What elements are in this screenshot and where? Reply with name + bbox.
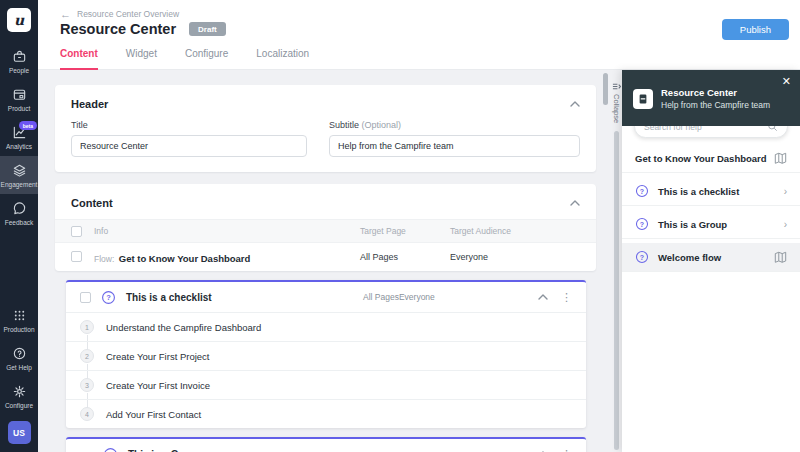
app-window: u People Product beta Analytics Engageme… — [0, 0, 800, 452]
checklist-item[interactable]: 3 Create Your First Invoice — [66, 370, 586, 399]
chevron-up-icon[interactable] — [570, 200, 580, 206]
sidebar-item-production[interactable]: Production — [0, 301, 38, 339]
preview-title: Resource Center — [661, 87, 770, 98]
svg-text:?: ? — [640, 221, 644, 228]
sidebar-item-analytics[interactable]: beta Analytics — [0, 118, 38, 156]
editor-content: Header Title Subtitle (Optional) — [38, 70, 611, 452]
sidebar-item-label: Analytics — [6, 143, 32, 150]
svg-text:?: ? — [640, 188, 644, 195]
title-input[interactable] — [71, 135, 307, 157]
checklist-item-label: Create Your First Project — [106, 351, 210, 362]
sidebar-item-label: Production — [3, 326, 34, 333]
step-number-badge: 3 — [80, 378, 94, 392]
group-header-row[interactable]: ? This is a Group PAGE AUDIENCE ⋮ — [66, 439, 586, 452]
sidebar-item-get-help[interactable]: Get Help — [0, 339, 38, 377]
status-badge: Draft — [189, 22, 226, 36]
collapse-panel-button[interactable]: Collapse — [612, 82, 621, 123]
help-circle-icon: ? — [635, 217, 649, 231]
row-target-audience: Everyone — [450, 252, 580, 262]
row-target-page: All Pages — [360, 252, 450, 262]
close-icon[interactable]: ✕ — [782, 75, 791, 88]
sidebar-item-feedback[interactable]: Feedback — [0, 194, 38, 232]
checklist-item[interactable]: 1 Understand the Campfire Dashboard — [66, 312, 586, 341]
tab-widget[interactable]: Widget — [126, 48, 157, 70]
preview-subtitle: Help from the Campfire team — [661, 100, 770, 110]
user-avatar[interactable]: US — [8, 421, 31, 444]
page-header: ← Resource Center Overview Resource Cent… — [38, 0, 800, 70]
tab-content[interactable]: Content — [60, 48, 98, 70]
preview-item-label: Welcome flow — [658, 252, 774, 263]
map-icon — [774, 152, 787, 165]
chevron-right-icon: › — [784, 186, 787, 197]
avatar-initials: US — [13, 428, 25, 438]
question-circle-icon — [12, 346, 27, 361]
layers-icon — [12, 163, 27, 178]
preview-item-group[interactable]: ? This is a Group › — [622, 210, 800, 239]
checklist-item-label: Add Your First Contact — [106, 409, 201, 420]
subtitle-optional-hint: (Optional) — [362, 120, 402, 130]
table-header-row: Info Target Page Target Audience — [55, 219, 596, 243]
preview-item-label: This is a Group — [658, 219, 784, 230]
checklist-item-label: Create Your First Invoice — [106, 380, 210, 391]
checklist-card: ? This is a checklist All PagesEveryone … — [66, 280, 586, 428]
chevron-up-icon[interactable] — [538, 294, 548, 300]
preview-item-checklist[interactable]: ? This is a checklist › — [622, 177, 800, 206]
sidebar-item-label: Product — [8, 105, 30, 112]
breadcrumb-label: Resource Center Overview — [77, 9, 179, 19]
checklist-item[interactable]: 2 Create Your First Project — [66, 341, 586, 370]
splitter-drag-handle[interactable] — [614, 131, 619, 450]
title-field-label: Title — [71, 120, 307, 130]
chevron-up-icon[interactable] — [570, 101, 580, 107]
group-title: This is a Group — [128, 449, 201, 452]
checklist-item[interactable]: 4 Add Your First Contact — [66, 399, 586, 428]
briefcase-icon — [12, 49, 27, 64]
help-circle-icon: ? — [635, 184, 649, 198]
svg-text:?: ? — [640, 254, 644, 261]
grid-dots-icon — [12, 308, 27, 323]
help-circle-icon: ? — [101, 290, 116, 305]
back-arrow-icon: ← — [60, 10, 71, 18]
userpilot-logo[interactable]: u — [7, 8, 31, 32]
beta-badge: beta — [19, 121, 37, 130]
title-row: Resource Center Draft — [60, 21, 226, 37]
step-number-badge: 4 — [80, 407, 94, 421]
tab-localization[interactable]: Localization — [256, 48, 309, 70]
preview-item-flow[interactable]: Get to Know Your Dashboard — [622, 144, 800, 173]
row-name: Get to Know Your Dashboard — [119, 253, 251, 264]
collapse-label: Collapse — [612, 94, 621, 123]
subtitle-input[interactable] — [329, 135, 580, 157]
sidebar-item-product[interactable]: Product — [0, 80, 38, 118]
tab-configure[interactable]: Configure — [185, 48, 228, 70]
product-window-icon — [12, 87, 27, 102]
tab-bar: Content Widget Configure Localization — [60, 48, 309, 70]
preview-item-label: This is a checklist — [658, 186, 784, 197]
sidebar-item-label: Engagement — [1, 181, 38, 188]
page-title: Resource Center — [60, 21, 176, 37]
row-checkbox[interactable] — [71, 251, 82, 262]
map-icon — [774, 251, 787, 264]
workspace: Header Title Subtitle (Optional) — [38, 70, 800, 452]
gear-icon — [12, 384, 27, 399]
breadcrumb[interactable]: ← Resource Center Overview — [60, 9, 179, 19]
kebab-menu-icon[interactable]: ⋮ — [561, 292, 572, 302]
header-section-card: Header Title Subtitle (Optional) — [55, 85, 596, 172]
preview-header: ✕ Resource Center Help from the Campfire… — [622, 70, 800, 126]
title-field-group: Title — [71, 120, 307, 157]
section-title: Header — [71, 98, 108, 110]
table-row-flow[interactable]: Flow: Get to Know Your Dashboard All Pag… — [55, 243, 596, 270]
main-area: ← Resource Center Overview Resource Cent… — [38, 0, 800, 452]
preview-item-welcome-flow[interactable]: ? Welcome flow — [622, 243, 800, 272]
row-checkbox[interactable] — [80, 292, 91, 303]
select-all-checkbox[interactable] — [71, 226, 82, 237]
sidebar-item-engagement[interactable]: Engagement — [0, 156, 38, 194]
subtitle-field-group: Subtitle (Optional) — [329, 120, 580, 157]
chat-bubble-icon — [12, 201, 27, 216]
sidebar-item-configure[interactable]: Configure — [0, 377, 38, 415]
checklist-header-row[interactable]: ? This is a checklist All PagesEveryone … — [66, 282, 586, 312]
column-info: Info — [94, 226, 108, 236]
sidebar-item-label: Get Help — [6, 364, 32, 371]
sidebar-item-people[interactable]: People — [0, 42, 38, 80]
publish-button[interactable]: Publish — [722, 19, 789, 40]
vertical-scrollbar[interactable] — [603, 73, 608, 105]
checklist-title: This is a checklist — [126, 292, 212, 303]
